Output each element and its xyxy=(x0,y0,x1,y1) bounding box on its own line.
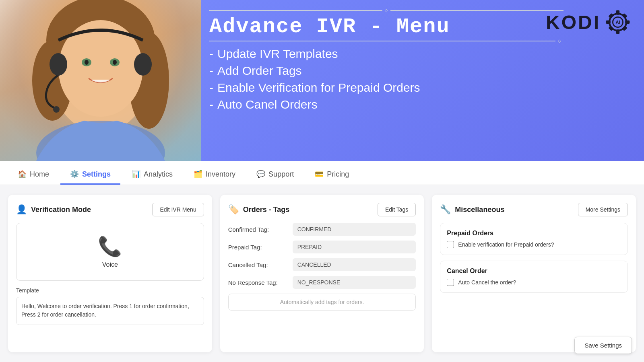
content-section: 👤 Verification Mode Edit IVR Menu 📞 Voic… xyxy=(0,185,644,362)
no-response-tag-value: NO_RESPONSE xyxy=(293,276,416,289)
wrench-icon: 🔧 xyxy=(440,204,451,215)
home-icon: 🏠 xyxy=(18,170,27,179)
orders-title-group: 🏷️ Orders - Tags xyxy=(228,204,290,215)
prepaid-tag-row: Prepaid Tag: PREPAID xyxy=(228,241,416,253)
pricing-icon: 💳 xyxy=(315,170,324,179)
template-label: Template xyxy=(16,287,204,294)
misc-title-group: 🔧 Miscellaneous xyxy=(440,204,504,215)
prepaid-tag-value: PREPAID xyxy=(293,241,416,253)
prepaid-section-title: Prepaid Orders xyxy=(447,230,621,237)
svg-point-9 xyxy=(53,106,60,113)
save-settings-container: Save Settings xyxy=(574,337,632,354)
svg-point-7 xyxy=(85,60,89,65)
tabs-bar: 🏠 Home ⚙️ Settings 📊 Analytics 🗂️ Invent… xyxy=(0,161,644,185)
tab-support[interactable]: 💬 Support xyxy=(247,165,303,185)
menu-item-1: -Update IVR Templates xyxy=(209,47,564,61)
svg-rect-19 xyxy=(608,13,614,19)
prepaid-checkbox[interactable] xyxy=(447,241,454,248)
svg-point-8 xyxy=(113,60,117,65)
no-response-tag-label: No Response Tag: xyxy=(228,279,293,286)
misc-title: Miscellaneous xyxy=(455,206,504,214)
no-response-tag-row: No Response Tag: NO_RESPONSE xyxy=(228,276,416,289)
kodi-logo: KODI AI xyxy=(546,8,632,36)
analytics-icon: 📊 xyxy=(132,170,140,179)
cancel-checkbox[interactable] xyxy=(447,279,454,286)
svg-rect-22 xyxy=(622,25,627,31)
confirmed-tag-label: Confirmed Tag: xyxy=(228,226,293,233)
tab-inventory[interactable]: 🗂️ Inventory xyxy=(184,165,245,185)
cancelled-tag-value: CANCELLED xyxy=(293,258,416,271)
voice-label: Voice xyxy=(102,261,118,268)
cancel-checkbox-row: Auto Cancel the order? xyxy=(447,279,621,286)
orders-tags-header: 🏷️ Orders - Tags Edit Tags xyxy=(228,203,416,216)
menu-item-4: -Auto Canel Orders xyxy=(209,98,564,111)
verification-mode-card: 👤 Verification Mode Edit IVR Menu 📞 Voic… xyxy=(8,195,212,352)
miscellaneous-card: 🔧 Miscellaneous More Settings Prepaid Or… xyxy=(432,195,636,352)
tab-settings[interactable]: ⚙️ Settings xyxy=(60,165,120,185)
cancel-checkbox-label: Auto Cancel the order? xyxy=(458,279,516,286)
svg-point-11 xyxy=(134,53,152,76)
hero-title: Advance IVR - Menu xyxy=(209,15,564,39)
prepaid-orders-section: Prepaid Orders Enable verification for P… xyxy=(440,223,628,255)
tag-icon: 🏷️ xyxy=(228,204,239,215)
svg-rect-20 xyxy=(622,13,627,19)
auto-tag-note: Automatically add tags for orders. xyxy=(228,294,416,311)
verification-title-group: 👤 Verification Mode xyxy=(16,204,91,215)
save-settings-button[interactable]: Save Settings xyxy=(574,337,632,354)
svg-rect-16 xyxy=(616,29,619,34)
svg-rect-21 xyxy=(608,25,614,31)
edit-tags-button[interactable]: Edit Tags xyxy=(378,203,416,216)
svg-point-10 xyxy=(50,53,67,76)
hero-menu-list: -Update IVR Templates -Add Order Tags -E… xyxy=(209,47,564,111)
svg-rect-15 xyxy=(616,10,619,15)
verification-icon: 👤 xyxy=(16,204,27,215)
settings-icon: ⚙️ xyxy=(70,170,79,179)
hero-content: ◇ Advance IVR - Menu ◇ -Update IVR Templ… xyxy=(209,8,564,115)
voice-box: 📞 Voice xyxy=(16,223,204,281)
voice-phone-icon: 📞 xyxy=(98,235,122,258)
verification-title: Verification Mode xyxy=(31,206,91,214)
tab-pricing[interactable]: 💳 Pricing xyxy=(305,165,359,185)
confirmed-tag-value: CONFIRMED xyxy=(293,223,416,236)
prepaid-tag-label: Prepaid Tag: xyxy=(228,244,293,251)
cancel-order-section: Cancel Order Auto Cancel the order? xyxy=(440,261,628,293)
prepaid-checkbox-label: Enable verification for Prepaid orders? xyxy=(458,241,554,248)
cancelled-tag-row: Cancelled Tag: CANCELLED xyxy=(228,258,416,271)
hero-image xyxy=(0,0,201,161)
menu-item-2: -Add Order Tags xyxy=(209,64,564,78)
orders-tags-card: 🏷️ Orders - Tags Edit Tags Confirmed Tag… xyxy=(220,195,424,352)
orders-tags-title: Orders - Tags xyxy=(243,206,290,214)
title-decoration-top: ◇ xyxy=(209,8,564,12)
inventory-icon: 🗂️ xyxy=(194,170,202,179)
misc-card-header: 🔧 Miscellaneous More Settings xyxy=(440,203,628,216)
edit-ivr-menu-button[interactable]: Edit IVR Menu xyxy=(152,203,204,216)
svg-rect-18 xyxy=(625,21,630,24)
svg-rect-17 xyxy=(606,21,611,24)
tab-home[interactable]: 🏠 Home xyxy=(8,165,59,185)
hero-section: ◇ Advance IVR - Menu ◇ -Update IVR Templ… xyxy=(0,0,644,161)
svg-text:AI: AI xyxy=(615,20,620,25)
cancel-section-title: Cancel Order xyxy=(447,267,621,275)
more-settings-button[interactable]: More Settings xyxy=(578,203,628,216)
prepaid-checkbox-row: Enable verification for Prepaid orders? xyxy=(447,241,621,248)
cancelled-tag-label: Cancelled Tag: xyxy=(228,261,293,268)
tab-analytics[interactable]: 📊 Analytics xyxy=(122,165,182,185)
confirmed-tag-row: Confirmed Tag: CONFIRMED xyxy=(228,223,416,236)
kodi-gear-icon: AI xyxy=(604,8,632,36)
support-icon: 💬 xyxy=(256,170,265,179)
kodi-text: KODI xyxy=(546,11,601,33)
menu-item-3: -Enable Verification for Prepaid Orders xyxy=(209,81,564,95)
verification-card-header: 👤 Verification Mode Edit IVR Menu xyxy=(16,203,204,216)
title-decoration-bottom: ◇ xyxy=(209,39,564,43)
template-text: Hello, Welcome to order verification. Pr… xyxy=(16,297,204,325)
